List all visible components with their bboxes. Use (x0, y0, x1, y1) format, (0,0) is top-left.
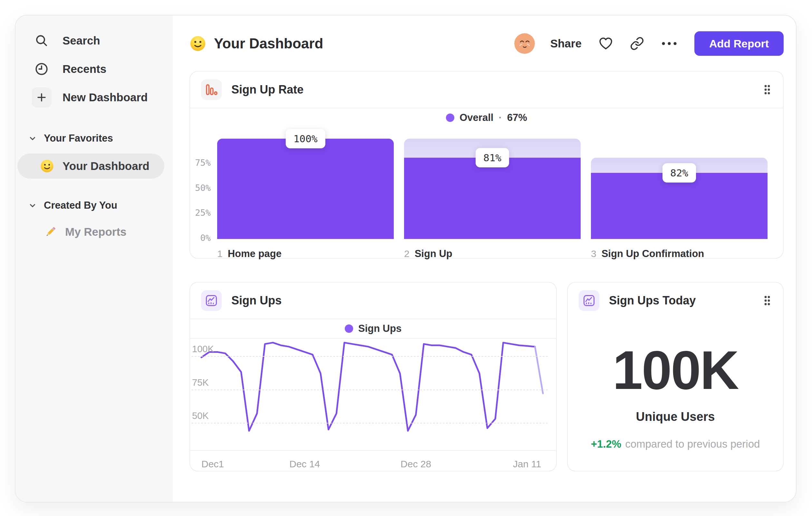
line-chart-icon (579, 290, 599, 311)
card-title: Sign Up Rate (231, 83, 303, 97)
sidebar-item-label: New Dashboard (62, 91, 148, 104)
funnel-plot: 100%81%82% 75%50%25%0% (217, 139, 767, 239)
gridline (192, 423, 548, 424)
sign-ups-card: Sign Ups Sign Ups 100K75K50K Dec1Dec 14D… (190, 282, 557, 471)
sidebar-item-my-reports[interactable]: My Reports (16, 222, 173, 241)
copy-link-icon[interactable] (630, 36, 644, 51)
line-chart-icon (201, 290, 222, 311)
section-title: Your Favorites (44, 133, 113, 144)
funnel-bar[interactable]: 81% (404, 139, 581, 239)
search-icon (32, 31, 52, 51)
line-y-tick: 50K (192, 411, 209, 421)
funnel-x-labels: 1Home page2Sign Up3Sign Up Confirmation (217, 248, 767, 260)
sidebar-section-created-by-you[interactable]: Created By You (16, 197, 173, 214)
app-window: Search Recents New Dashboard (15, 15, 796, 503)
funnel-step-label: 1Home page (217, 248, 394, 260)
drag-handle-icon[interactable] (764, 295, 771, 306)
more-options-icon[interactable] (661, 41, 678, 46)
funnel-step-label: 2Sign Up (404, 248, 581, 260)
funnel-y-tick: 25% (190, 208, 211, 218)
chevron-down-icon (28, 201, 37, 210)
sign-ups-today-card: Sign Ups Today 100K Unique Users +1.2%co… (567, 282, 784, 471)
kpi-value: 100K (613, 339, 738, 402)
kpi-comparison-text: compared to previous period (625, 438, 760, 450)
legend-dot (446, 113, 454, 122)
line-legend: Sign Ups (190, 319, 556, 338)
line-x-tick: Jan 11 (513, 459, 541, 469)
legend-label: Overall (460, 112, 493, 124)
legend-separator: · (498, 112, 502, 124)
line-y-tick: 75K (192, 377, 209, 388)
conversion-chip: 100% (286, 129, 325, 148)
line-x-tick: Dec 14 (289, 459, 320, 469)
sign-up-rate-card: Sign Up Rate Overall · 67% 100%81%82% 7 (190, 71, 784, 259)
funnel-legend: Overall · 67% (190, 108, 783, 127)
line-y-tick: 100K (192, 344, 214, 354)
gridline (192, 356, 548, 357)
funnel-y-tick: 0% (190, 233, 211, 243)
page-title: Your Dashboard (214, 35, 323, 52)
clock-icon (32, 59, 52, 79)
gridline (192, 389, 548, 390)
avatar[interactable] (514, 33, 535, 54)
line-x-axis: Dec1Dec 14Dec 28Jan 11 (190, 450, 556, 473)
line-x-tick: Dec1 (201, 459, 224, 469)
smiley-emoji (190, 35, 206, 52)
card-title: Sign Ups (231, 294, 282, 307)
sidebar: Search Recents New Dashboard (16, 16, 173, 502)
sidebar-item-your-dashboard[interactable]: Your Dashboard (18, 154, 164, 179)
favorite-heart-icon[interactable] (598, 36, 613, 51)
main-content: Your Dashboard Share (173, 16, 796, 502)
section-title: Created By You (44, 200, 117, 211)
conversion-chip: 82% (663, 163, 696, 183)
funnel-bars: 100%81%82% (217, 139, 767, 239)
chevron-down-icon (28, 134, 37, 142)
sidebar-item-new-dashboard[interactable]: New Dashboard (16, 83, 173, 112)
drag-handle-icon[interactable] (764, 84, 771, 95)
conversion-chip: 81% (475, 148, 509, 167)
kpi-delta: +1.2% (591, 438, 621, 450)
line-plot: 100K75K50K (190, 338, 556, 450)
funnel-bar[interactable]: 100% (217, 139, 394, 239)
sidebar-section-favorites[interactable]: Your Favorites (16, 130, 173, 147)
line-x-tick: Dec 28 (401, 459, 431, 469)
funnel-bar[interactable]: 82% (591, 139, 767, 239)
add-report-button[interactable]: Add Report (694, 31, 784, 56)
share-button[interactable]: Share (550, 37, 582, 50)
legend-label: Sign Ups (358, 323, 402, 334)
dashboard-header: Your Dashboard Share (190, 30, 784, 57)
funnel-step-label: 3Sign Up Confirmation (591, 248, 767, 260)
sidebar-item-label: Recents (62, 62, 106, 76)
sidebar-item-recents[interactable]: Recents (16, 55, 173, 83)
sidebar-item-label: My Reports (65, 225, 127, 238)
sidebar-item-label: Your Dashboard (62, 160, 149, 172)
bar-chart-icon (201, 79, 222, 100)
line-series (190, 338, 556, 450)
legend-value: 67% (507, 112, 527, 124)
legend-dot (345, 324, 353, 333)
sidebar-item-label: Search (62, 34, 100, 47)
funnel-y-tick: 50% (190, 183, 211, 193)
plus-icon (32, 87, 52, 107)
kpi-label: Unique Users (636, 410, 715, 424)
pencil-emoji (44, 225, 57, 239)
kpi-body: 100K Unique Users +1.2%compared to previ… (568, 319, 783, 450)
smiley-emoji (40, 159, 54, 173)
kpi-comparison: +1.2%compared to previous period (591, 438, 760, 450)
funnel-y-tick: 75% (190, 158, 211, 168)
sidebar-item-search[interactable]: Search (16, 26, 173, 55)
card-title: Sign Ups Today (609, 294, 696, 307)
